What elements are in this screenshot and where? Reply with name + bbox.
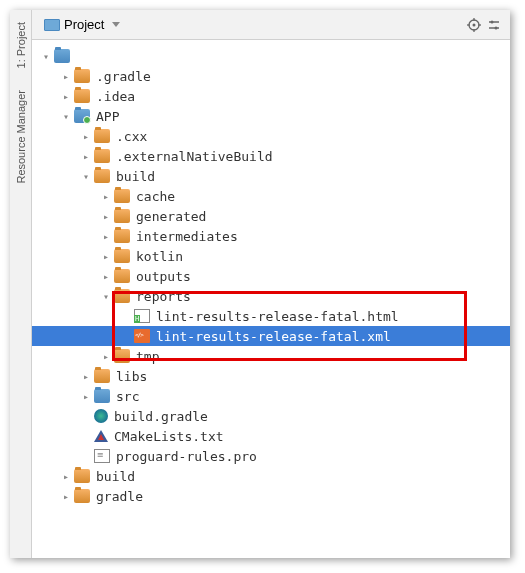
chevron-right-icon[interactable] (60, 471, 72, 482)
tree-row[interactable]: .cxx (32, 126, 510, 146)
file-html-icon (134, 309, 150, 323)
chevron-right-icon[interactable] (60, 71, 72, 82)
tree-row[interactable]: generated (32, 206, 510, 226)
tree-item-label: cache (136, 189, 175, 204)
tree-row[interactable]: .gradle (32, 66, 510, 86)
chevron-right-icon[interactable] (100, 251, 112, 262)
tree-row[interactable]: outputs (32, 266, 510, 286)
file-xml-icon (134, 329, 150, 343)
folder-orange-icon (94, 129, 110, 143)
tree-item-label: outputs (136, 269, 191, 284)
tree-row[interactable]: intermediates (32, 226, 510, 246)
folder-orange-icon (74, 489, 90, 503)
ide-panel: 1: Project Resource Manager Project .gra… (10, 10, 510, 558)
tree-row[interactable]: build.gradle (32, 406, 510, 426)
chevron-down-icon[interactable] (60, 111, 72, 122)
side-tab-project[interactable]: 1: Project (13, 14, 29, 76)
chevron-right-icon[interactable] (100, 191, 112, 202)
folder-orange-icon (114, 209, 130, 223)
chevron-down-icon[interactable] (80, 171, 92, 182)
chevron-right-icon[interactable] (80, 151, 92, 162)
folder-blue-icon (94, 389, 110, 403)
chevron-right-icon[interactable] (60, 91, 72, 102)
tree-item-label: build (96, 469, 135, 484)
settings-icon[interactable] (484, 15, 504, 35)
tree-row[interactable]: reports (32, 286, 510, 306)
project-icon (44, 19, 60, 31)
project-toolbar: Project (32, 10, 510, 40)
chevron-right-icon[interactable] (80, 371, 92, 382)
folder-orange-icon (114, 269, 130, 283)
tree-row[interactable]: build (32, 466, 510, 486)
chevron-right-icon[interactable] (80, 391, 92, 402)
folder-orange-icon (74, 469, 90, 483)
chevron-down-icon (112, 22, 120, 27)
tree-item-label: kotlin (136, 249, 183, 264)
chevron-down-icon[interactable] (100, 291, 112, 302)
folder-orange-icon (114, 189, 130, 203)
chevron-down-icon[interactable] (40, 51, 52, 62)
file-cmake-icon (94, 430, 108, 442)
tree-row[interactable]: kotlin (32, 246, 510, 266)
tree-item-label: .idea (96, 89, 135, 104)
tree-row[interactable]: lint-results-release-fatal.xml (32, 326, 510, 346)
chevron-right-icon[interactable] (100, 231, 112, 242)
tree-row[interactable]: .externalNativeBuild (32, 146, 510, 166)
chevron-right-icon[interactable] (60, 491, 72, 502)
tree-item-label: libs (116, 369, 147, 384)
side-tab-resource-manager[interactable]: Resource Manager (13, 82, 29, 192)
tree-row[interactable]: tmp (32, 346, 510, 366)
tree-item-label: build (116, 169, 155, 184)
chevron-right-icon[interactable] (100, 351, 112, 362)
project-tree[interactable]: .gradle.ideaAPP.cxx.externalNativeBuildb… (32, 40, 510, 558)
tree-item-label: .gradle (96, 69, 151, 84)
svg-point-9 (495, 26, 498, 29)
tree-row[interactable]: proguard-rules.pro (32, 446, 510, 466)
tree-item-label: .externalNativeBuild (116, 149, 273, 164)
folder-orange-icon (114, 249, 130, 263)
folder-orange-icon (114, 289, 130, 303)
tree-item-label: intermediates (136, 229, 238, 244)
folder-orange-icon (94, 169, 110, 183)
tree-item-label: lint-results-release-fatal.html (156, 309, 399, 324)
folder-orange-icon (74, 89, 90, 103)
locate-icon[interactable] (464, 15, 484, 35)
tree-row[interactable]: cache (32, 186, 510, 206)
tree-row[interactable]: gradle (32, 486, 510, 506)
tree-row[interactable]: CMakeLists.txt (32, 426, 510, 446)
chevron-right-icon[interactable] (100, 271, 112, 282)
tree-item-label: tmp (136, 349, 159, 364)
chevron-right-icon[interactable] (100, 211, 112, 222)
project-view-selector[interactable]: Project (38, 15, 126, 34)
folder-blue-icon (54, 49, 70, 63)
folder-orange-icon (114, 229, 130, 243)
tree-item-label: CMakeLists.txt (114, 429, 224, 444)
tree-item-label: .cxx (116, 129, 147, 144)
side-tabs: 1: Project Resource Manager (10, 10, 32, 558)
chevron-right-icon[interactable] (80, 131, 92, 142)
tree-item-label: gradle (96, 489, 143, 504)
tree-row[interactable]: lint-results-release-fatal.html (32, 306, 510, 326)
side-tab-label: Resource Manager (15, 90, 27, 184)
tree-row[interactable]: src (32, 386, 510, 406)
svg-point-1 (473, 23, 476, 26)
svg-point-8 (491, 20, 494, 23)
tree-item-label: src (116, 389, 139, 404)
tree-row[interactable] (32, 46, 510, 66)
tree-item-label: build.gradle (114, 409, 208, 424)
tree-item-label: lint-results-release-fatal.xml (156, 329, 391, 344)
tree-item-label: APP (96, 109, 119, 124)
file-gradle-icon (94, 409, 108, 423)
folder-orange-icon (114, 349, 130, 363)
tree-row[interactable]: .idea (32, 86, 510, 106)
file-txt-icon (94, 449, 110, 463)
folder-orange-icon (94, 369, 110, 383)
tree-row[interactable]: build (32, 166, 510, 186)
folder-blue-icon (74, 109, 90, 123)
tree-item-label: reports (136, 289, 191, 304)
tree-item-label: generated (136, 209, 206, 224)
tree-row[interactable]: APP (32, 106, 510, 126)
tree-row[interactable]: libs (32, 366, 510, 386)
side-tab-label: 1: Project (15, 22, 27, 68)
folder-orange-icon (94, 149, 110, 163)
